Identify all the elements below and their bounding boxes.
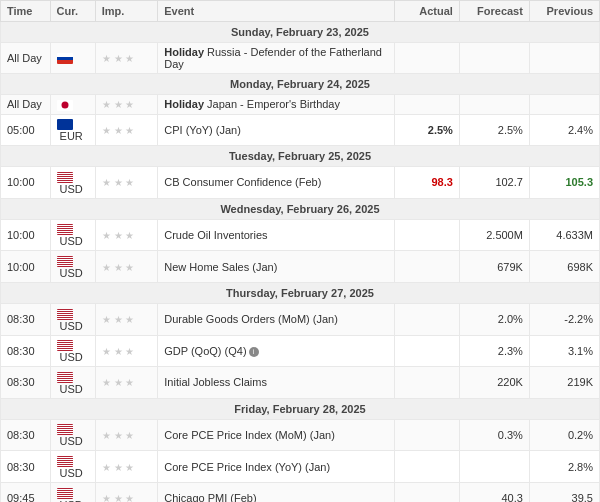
cell-importance: ★ ★ ★ — [95, 43, 157, 74]
table-row: 09:45USD★ ★ ★Chicago PMI (Feb)40.339.5 — [1, 482, 600, 502]
currency-flag — [57, 456, 73, 467]
header-forecast: Forecast — [459, 1, 529, 22]
currency-code: USD — [60, 267, 83, 279]
event-name: Core PCE Price Index (YoY) (Jan) — [164, 461, 330, 473]
cell-event: Holiday Russia - Defender of the Fatherl… — [158, 43, 395, 74]
header-event: Event — [158, 1, 395, 22]
event-name: Crude Oil Inventories — [164, 229, 267, 241]
importance-stars: ★ ★ ★ — [102, 99, 135, 110]
day-header-label: Tuesday, February 25, 2025 — [1, 146, 600, 167]
cell-actual — [395, 43, 460, 74]
importance-stars: ★ ★ ★ — [102, 177, 135, 188]
cell-actual — [395, 303, 460, 335]
header-previous: Previous — [529, 1, 599, 22]
currency-flag — [57, 424, 73, 435]
cell-time: All Day — [1, 43, 51, 74]
cell-actual — [395, 367, 460, 399]
event-name: New Home Sales (Jan) — [164, 261, 277, 273]
info-icon[interactable]: i — [249, 347, 259, 357]
event-name: Chicago PMI (Feb) — [164, 492, 256, 502]
importance-stars: ★ ★ ★ — [102, 262, 135, 273]
cell-previous: 698K — [529, 251, 599, 283]
cell-importance: ★ ★ ★ — [95, 419, 157, 451]
cell-time: 10:00 — [1, 251, 51, 283]
cell-time: 08:30 — [1, 303, 51, 335]
cell-previous: 219K — [529, 367, 599, 399]
cell-currency — [50, 95, 95, 115]
cell-previous: 2.8% — [529, 451, 599, 483]
currency-code: USD — [60, 183, 83, 195]
cell-event: Durable Goods Orders (MoM) (Jan) — [158, 303, 395, 335]
table-row: 08:30USD★ ★ ★Core PCE Price Index (YoY) … — [1, 451, 600, 483]
cell-importance: ★ ★ ★ — [95, 219, 157, 251]
cell-event: Crude Oil Inventories — [158, 219, 395, 251]
cell-event: CB Consumer Confidence (Feb) — [158, 167, 395, 199]
event-name: Holiday — [164, 46, 204, 58]
cell-actual — [395, 95, 460, 115]
header-imp: Imp. — [95, 1, 157, 22]
cell-importance: ★ ★ ★ — [95, 114, 157, 146]
currency-code: USD — [60, 320, 83, 332]
day-header-row: Friday, February 28, 2025 — [1, 398, 600, 419]
currency-code: USD — [60, 435, 83, 447]
event-name: GDP (QoQ) (Q4) — [164, 345, 246, 357]
cell-importance: ★ ★ ★ — [95, 367, 157, 399]
importance-stars: ★ ★ ★ — [102, 377, 135, 388]
header-actual: Actual — [395, 1, 460, 22]
currency-flag — [57, 119, 73, 130]
importance-stars: ★ ★ ★ — [102, 493, 135, 502]
header-cur: Cur. — [50, 1, 95, 22]
currency-flag — [57, 172, 73, 183]
header-time: Time — [1, 1, 51, 22]
cell-forecast — [459, 451, 529, 483]
cell-currency: USD — [50, 451, 95, 483]
event-name: CB Consumer Confidence (Feb) — [164, 176, 321, 188]
cell-previous: 4.633M — [529, 219, 599, 251]
currency-flag — [57, 372, 73, 383]
cell-actual — [395, 419, 460, 451]
table-row: 08:30USD★ ★ ★Core PCE Price Index (MoM) … — [1, 419, 600, 451]
cell-actual — [395, 451, 460, 483]
cell-previous: -2.2% — [529, 303, 599, 335]
cell-currency: USD — [50, 482, 95, 502]
cell-time: 10:00 — [1, 167, 51, 199]
currency-flag — [57, 100, 73, 111]
day-header-row: Sunday, February 23, 2025 — [1, 22, 600, 43]
table-row: 10:00USD★ ★ ★Crude Oil Inventories2.500M… — [1, 219, 600, 251]
currency-flag — [57, 309, 73, 320]
cell-time: All Day — [1, 95, 51, 115]
currency-code: USD — [60, 499, 83, 502]
cell-event: GDP (QoQ) (Q4)i — [158, 335, 395, 367]
importance-stars: ★ ★ ★ — [102, 430, 135, 441]
cell-previous: 105.3 — [529, 167, 599, 199]
day-header-row: Tuesday, February 25, 2025 — [1, 146, 600, 167]
cell-forecast: 0.3% — [459, 419, 529, 451]
day-header-label: Sunday, February 23, 2025 — [1, 22, 600, 43]
currency-flag — [57, 224, 73, 235]
currency-code: USD — [60, 467, 83, 479]
importance-stars: ★ ★ ★ — [102, 314, 135, 325]
cell-importance: ★ ★ ★ — [95, 167, 157, 199]
table-row: 08:30USD★ ★ ★Durable Goods Orders (MoM) … — [1, 303, 600, 335]
cell-currency: USD — [50, 251, 95, 283]
cell-event: CPI (YoY) (Jan) — [158, 114, 395, 146]
cell-previous: 0.2% — [529, 419, 599, 451]
importance-stars: ★ ★ ★ — [102, 230, 135, 241]
cell-importance: ★ ★ ★ — [95, 95, 157, 115]
cell-forecast: 2.500M — [459, 219, 529, 251]
cell-importance: ★ ★ ★ — [95, 303, 157, 335]
importance-stars: ★ ★ ★ — [102, 346, 135, 357]
importance-stars: ★ ★ ★ — [102, 125, 135, 136]
cell-forecast: 679K — [459, 251, 529, 283]
cell-forecast: 102.7 — [459, 167, 529, 199]
event-name: Initial Jobless Claims — [164, 376, 267, 388]
table-row: 08:30USD★ ★ ★GDP (QoQ) (Q4)i2.3%3.1% — [1, 335, 600, 367]
cell-time: 08:30 — [1, 367, 51, 399]
cell-actual — [395, 335, 460, 367]
cell-actual: 2.5% — [395, 114, 460, 146]
cell-currency: USD — [50, 335, 95, 367]
cell-currency: USD — [50, 167, 95, 199]
cell-currency: USD — [50, 419, 95, 451]
table-header-row: Time Cur. Imp. Event Actual Forecast Pre… — [1, 1, 600, 22]
cell-event: Core PCE Price Index (YoY) (Jan) — [158, 451, 395, 483]
